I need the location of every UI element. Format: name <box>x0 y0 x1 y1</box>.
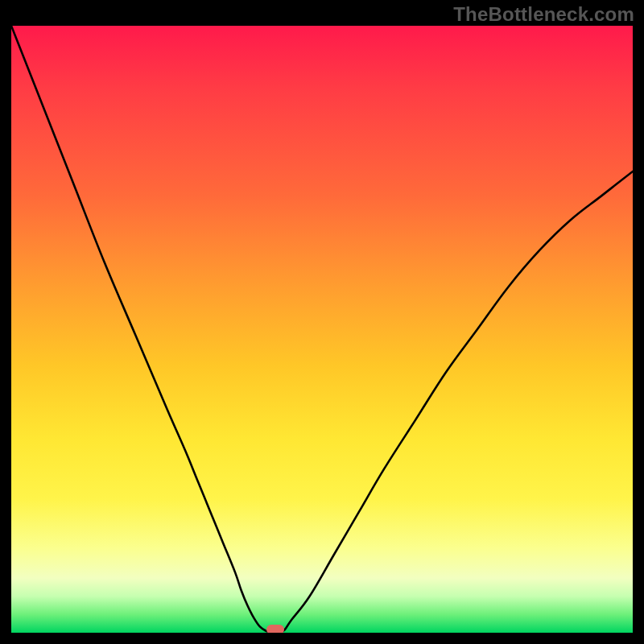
bottleneck-curve <box>11 26 633 633</box>
chart-container: TheBottleneck.com <box>0 0 644 644</box>
optimum-marker <box>266 625 284 633</box>
curve-path <box>11 26 633 633</box>
plot-area <box>11 26 633 633</box>
watermark-text: TheBottleneck.com <box>453 3 634 26</box>
